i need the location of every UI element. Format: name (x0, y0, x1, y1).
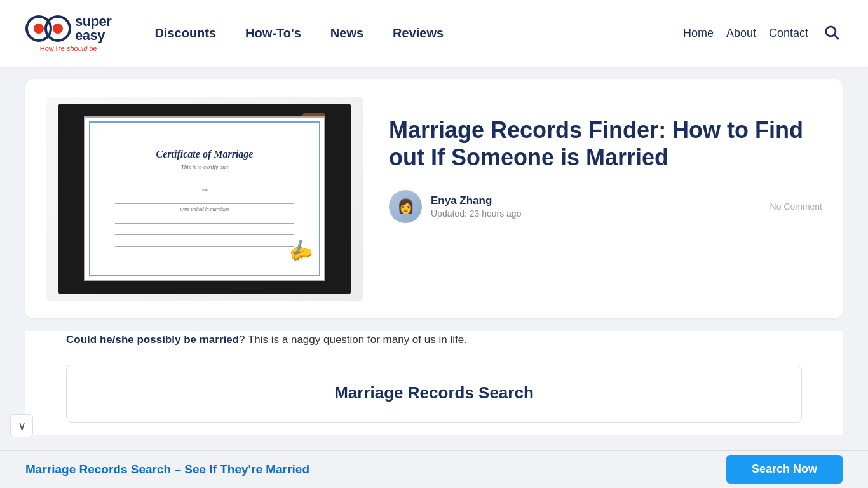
article-title: Marriage Records Finder: How to Find out… (389, 116, 822, 171)
nav-home[interactable]: Home (683, 27, 714, 40)
site-header: super easy How life should be Discounts … (0, 0, 868, 67)
nav-news[interactable]: News (319, 21, 375, 46)
search-widget: Marriage Records Search (66, 365, 802, 423)
cert-lines: and were united in marriage (115, 173, 294, 249)
article-info: Marriage Records Finder: How to Find out… (389, 97, 822, 223)
author-name: Enya Zhang (431, 194, 761, 207)
author-details: Enya Zhang Updated: 23 hours ago (431, 194, 761, 219)
svg-line-1 (834, 35, 839, 39)
article-body: Could he/she possibly be married? This i… (25, 331, 843, 435)
cert-title: Certificate of Marriage (156, 149, 254, 160)
search-button[interactable] (821, 22, 843, 45)
scroll-chevron[interactable]: ∨ (10, 414, 33, 437)
author-row: 👩 Enya Zhang Updated: 23 hours ago No Co… (389, 190, 822, 223)
logo-dot-right (53, 24, 63, 34)
main-nav: Discounts How-To's News Reviews (143, 21, 682, 46)
right-nav: Home About Contact (683, 22, 843, 45)
logo-tagline: How life should be (40, 44, 97, 52)
cert-folder: Certificate of Marriage This is to certi… (58, 104, 351, 294)
nav-contact[interactable]: Contact (769, 27, 808, 40)
article-card: Certificate of Marriage This is to certi… (25, 79, 843, 318)
avatar: 👩 (389, 190, 422, 223)
bottom-banner: Marriage Records Search – See If They're… (0, 450, 868, 488)
avatar-placeholder: 👩 (389, 190, 422, 223)
nav-discounts[interactable]: Discounts (143, 21, 227, 46)
site-logo[interactable]: super easy How life should be (25, 15, 111, 52)
logo-dot-left (34, 24, 44, 34)
article-image: Certificate of Marriage This is to certi… (46, 97, 363, 301)
intro-bold: Could he/she possibly be married (66, 334, 239, 346)
cert-subtitle: This is to certify that (181, 164, 229, 170)
intro-rest: ? This is a naggy question for many of u… (239, 334, 467, 346)
article-intro: Could he/she possibly be married? This i… (46, 331, 822, 349)
nav-reviews[interactable]: Reviews (381, 21, 455, 46)
logo-super: super (75, 15, 111, 29)
svg-point-0 (826, 27, 836, 36)
cert-image-bg: Certificate of Marriage This is to certi… (46, 97, 363, 301)
banner-text: Marriage Records Search – See If They're… (25, 463, 726, 477)
cert-desc: were united in marriage (115, 207, 294, 212)
search-icon (824, 24, 840, 41)
search-widget-title: Marriage Records Search (92, 383, 776, 403)
cert-and: and (115, 187, 294, 193)
nav-about[interactable]: About (726, 27, 756, 40)
logo-easy: easy (75, 29, 111, 43)
logo-circle-right (44, 15, 71, 42)
nav-howtos[interactable]: How-To's (234, 21, 313, 46)
cert-paper: Certificate of Marriage This is to certi… (84, 116, 325, 281)
main-content: Certificate of Marriage This is to certi… (0, 67, 868, 448)
logo-text: super easy (75, 15, 111, 43)
no-comment-label: No Comment (770, 201, 822, 212)
updated-text: Updated: 23 hours ago (431, 208, 761, 219)
search-now-button[interactable]: Search Now (726, 455, 843, 484)
